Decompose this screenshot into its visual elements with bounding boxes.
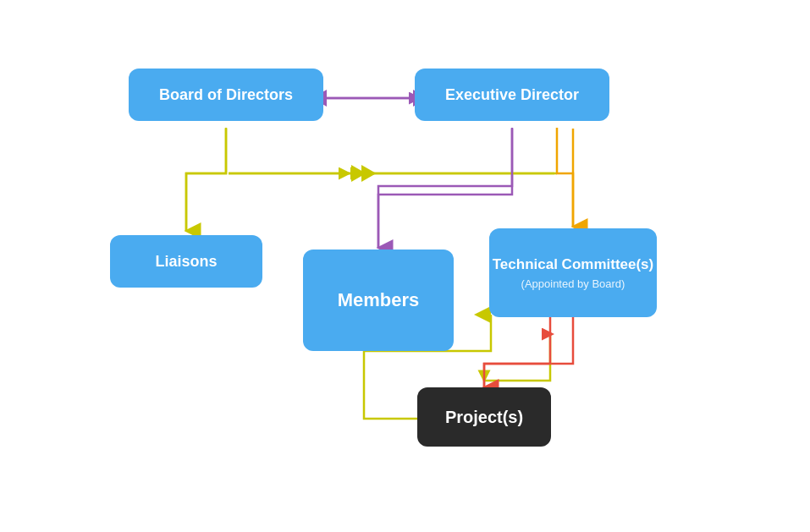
board-of-directors-node: Board of Directors <box>129 69 323 121</box>
projects-node: Project(s) <box>417 387 551 447</box>
technical-committee-node: Technical Committee(s) (Appointed by Boa… <box>489 228 657 317</box>
liaisons-node: Liaisons <box>110 235 262 288</box>
members-node: Members <box>303 250 454 351</box>
members-label: Members <box>338 289 420 311</box>
projects-label: Project(s) <box>445 408 523 427</box>
executive-director-label: Executive Director <box>445 86 579 104</box>
technical-committee-sublabel: (Appointed by Board) <box>521 277 625 290</box>
board-of-directors-label: Board of Directors <box>159 86 293 104</box>
technical-committee-label: Technical Committee(s) <box>493 255 654 274</box>
liaisons-label: Liaisons <box>155 253 217 271</box>
diagram-container: Board of Directors Executive Director Li… <box>0 0 810 532</box>
executive-director-node: Executive Director <box>415 69 609 121</box>
